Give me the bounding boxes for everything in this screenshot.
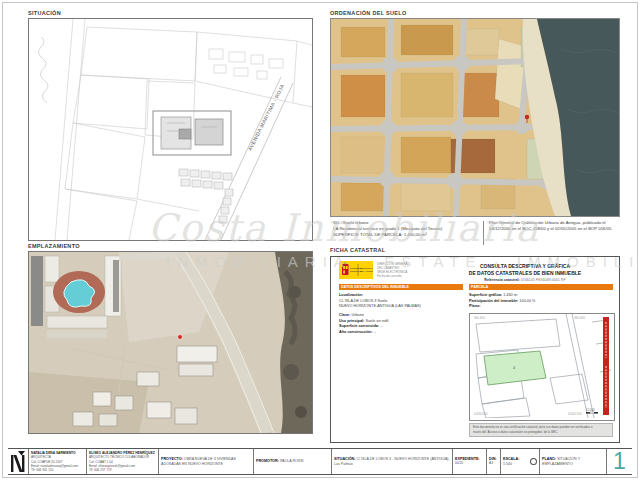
zoning-line: SUPERFICIE TOTAL DE PARCELA: 1.460,00 m² — [333, 232, 479, 238]
disclaimer-line2: través del 'Acceso a datos catastrales n… — [473, 430, 609, 435]
situacion-drawing: AVENIDA MARITIMA - ROJA — [29, 19, 312, 240]
parcela-fields: Superficie gráfica: 1.460 m² Participaci… — [469, 293, 613, 310]
participacion-value: 100,00 % — [519, 299, 535, 303]
plan-coordinate: 4.620.050 — [474, 412, 488, 416]
architect-info-cell: NATALIA DENA SARMIENTO ARQUITECTA Col. C… — [28, 449, 86, 474]
din-value: A3 — [489, 461, 493, 465]
plano-cell: PLANO: SITUACIÓN Y EMPLAZAMIENTO — [539, 449, 606, 474]
title-block: NATALIA DENA SARMIENTO ARQUITECTA Col. C… — [8, 448, 632, 475]
spain-government-logo: GOBIERNO DE ESPAÑA MINISTERIO DE HACIEND… — [339, 261, 373, 279]
expediente-value: 04/20 — [455, 461, 463, 465]
catastro-title-line2: DE DATOS CATASTRALES DE BIEN INMUEBLE — [437, 270, 613, 277]
cadastral-reference-label: Referencia catastral: — [484, 278, 519, 282]
promotor-value: PAOLA ROSSI — [280, 459, 304, 463]
catastro-disclaimer: Este documento no es una certificación c… — [469, 423, 613, 437]
proyecto-cell: PROYECTO: OBRA NUEVA DE 3 VIVIENDAS ADOS… — [158, 449, 253, 474]
ordenacion-drawing — [331, 19, 619, 216]
situacion-label: SITUACIÓN — [28, 10, 61, 16]
disclaimer-line1: Este documento no es una certificación c… — [473, 425, 609, 430]
plano-label: Plano: — [469, 304, 481, 308]
plan-coordinate: 4.620.150 — [568, 412, 582, 416]
cadastral-plan: 4 361.450 361.600 4.620.050 4.620.150 1/… — [469, 313, 615, 421]
ano-construccion-value: -- — [374, 330, 377, 334]
technical-architect-info-cell: ELISEO ALEJANDRO PÉREZ HENRÍQUEZ ARQUITE… — [86, 449, 158, 474]
clase-label: Clase: — [339, 313, 350, 317]
promotor-cell: PROMOTOR: PAOLA ROSSI — [253, 449, 331, 474]
page-number: 1 — [613, 450, 626, 473]
plan-sheet: SITUACIÓN — [0, 0, 640, 480]
zoning-note-left: SU - Suelo urbano I-A Residencial turíst… — [333, 220, 479, 239]
proyecto-label: PROYECTO: — [161, 457, 183, 461]
emplazamiento-label: EMPLAZAMIENTO — [28, 243, 80, 249]
plano-title-label: PLANO: — [542, 457, 556, 461]
architect-studio-logo-icon — [10, 451, 26, 473]
clase-value: Urbano — [351, 313, 363, 317]
plan-coordinate: 361.600 — [574, 316, 585, 320]
satellite-photo-drawing — [29, 252, 312, 433]
cadastral-reference-value: 0746105 FS9404N 0001 RF — [521, 278, 566, 282]
situacion-building-cluster — [153, 111, 231, 155]
page-number-cell: 1 — [606, 449, 632, 474]
localizacion-label: Localización: — [339, 293, 363, 297]
technical-tel: Tlf: 606 257 719 — [89, 468, 156, 472]
promotor-label: PROMOTOR: — [256, 459, 279, 463]
superficie-grafica-label: Superficie gráfica: — [469, 293, 502, 297]
architect-tel: Tlf: 646 941 105 — [31, 468, 84, 472]
uso-label: Uso principal: — [339, 319, 364, 323]
parcela-header-bar: PARCELA — [469, 284, 613, 290]
situacion-dir-label: SITUACIÓN: — [334, 457, 356, 461]
ficha-catastral-panel: GOBIERNO DE ESPAÑA MINISTERIO DE HACIEND… — [330, 256, 620, 443]
catastro-office-lines: DIRECCIÓN GENERAL DEL CATASTRO SEDE ELEC… — [377, 262, 409, 278]
plan-scale-text: 1/1.000 — [586, 408, 595, 412]
cadastral-reference: Referencia catastral: 0746105 FS9404N 00… — [437, 278, 613, 282]
superficie-grafica-value: 1.460 m² — [503, 293, 518, 297]
cadastral-plan-drawing: 4 361.450 361.600 4.620.050 4.620.150 1/… — [470, 314, 612, 418]
catastro-title: CONSULTA DESCRIPTIVA Y GRÁFICA DE DATOS … — [437, 263, 613, 282]
superficie-construida-label: Superficie construida: — [339, 324, 379, 328]
situacion-map: AVENIDA MARITIMA - ROJA — [28, 18, 313, 241]
gov-logo-text: DE HACIENDA — [360, 270, 374, 272]
uso-value: Suelo sin edif. — [365, 319, 389, 323]
gov-line: Fecha de consulta — [377, 274, 409, 278]
plan-coordinate: 361.450 — [474, 316, 485, 320]
note-divider — [483, 221, 484, 245]
ordenacion-label: ORDENACIÓN DEL SUELO — [330, 10, 407, 16]
ordenacion-map — [330, 18, 620, 217]
superficie-construida-value: -- — [380, 324, 383, 328]
gov-logo-text: MINISTERIO — [360, 267, 374, 269]
escala-value: 1:500 — [503, 462, 512, 466]
emplazamiento-photo — [28, 251, 313, 434]
din-cell: DIN: A3 — [486, 449, 500, 474]
participacion-label: Participación del inmueble: — [469, 299, 518, 303]
inmueble-header-bar: DATOS DESCRIPTIVOS DEL INMUEBLE — [339, 284, 463, 290]
north-symbol-icon — [530, 458, 537, 465]
ano-construccion-label: Año construcción: — [339, 330, 373, 334]
studio-logo-cell — [8, 449, 28, 474]
expediente-cell: EXPEDIENTE: 04/20 — [452, 449, 486, 474]
escala-label: ESCALA: — [503, 457, 519, 461]
situacion-cell: SITUACIÓN: C/ ISLA DE LOBOS 3 - NUEVO HO… — [331, 449, 452, 474]
ficha-label: FICHA CATASTRAL — [330, 247, 385, 253]
escala-cell: ESCALA: 1:500 — [500, 449, 539, 474]
inmueble-fields: Localización: CL ISLA DE LOBOS 3 Suelo N… — [339, 293, 463, 336]
zoning-note-right: Plan General de Ordenación Urbana de Ant… — [489, 220, 618, 232]
site-marker-icon — [178, 335, 183, 340]
